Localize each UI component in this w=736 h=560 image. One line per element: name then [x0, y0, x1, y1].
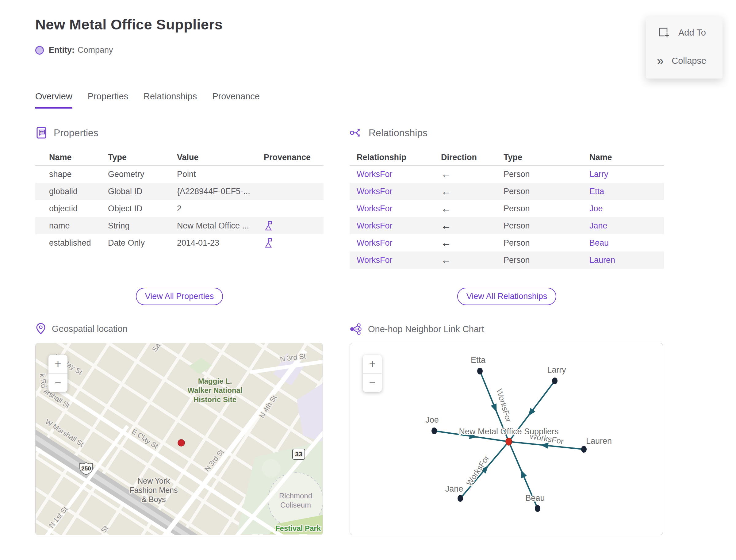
- node-larry[interactable]: [552, 378, 558, 384]
- node-etta[interactable]: [477, 368, 483, 374]
- add-to-label: Add To: [678, 28, 706, 38]
- relationship-direction: ←: [441, 203, 504, 214]
- relationship-row: WorksFor←PersonJoe: [350, 200, 664, 217]
- svg-text:Joe: Joe: [425, 415, 439, 424]
- map-zoom-in-button[interactable]: +: [48, 355, 67, 373]
- link-chart-section-header: One-hop Neighbor Link Chart: [350, 323, 484, 336]
- property-row: globalidGlobal ID{A228944F-0EF5-...: [35, 183, 324, 200]
- collapse-button[interactable]: » Collapse: [657, 55, 706, 67]
- property-value: 2014-01-23: [177, 238, 264, 248]
- column-header: Provenance: [264, 153, 324, 162]
- collapse-icon: »: [657, 55, 664, 67]
- entity-label: Entity:: [49, 45, 75, 55]
- properties-icon: [35, 126, 48, 139]
- view-all-properties-button[interactable]: View All Properties: [136, 288, 223, 305]
- relationship-name-link[interactable]: Beau: [589, 238, 664, 248]
- relationship-name-link[interactable]: Lauren: [589, 255, 664, 265]
- relationship-direction: ←: [441, 254, 504, 266]
- property-value: New Metal Office ...: [177, 221, 264, 231]
- node-joe[interactable]: [431, 428, 437, 434]
- add-to-button[interactable]: Add To: [657, 26, 706, 39]
- relationships-icon: [350, 126, 363, 139]
- relationship-name-link[interactable]: Joe: [589, 204, 664, 213]
- basemap: k RdW Clay StSaN 3rd StN 4th Starshall S…: [36, 343, 323, 535]
- column-header: Type: [108, 153, 177, 162]
- column-header: Value: [177, 153, 264, 162]
- property-name: established: [49, 238, 108, 248]
- actions-panel: Add To » Collapse: [646, 16, 723, 79]
- svg-text:WorksFor: WorksFor: [464, 454, 491, 487]
- entity-badge: Entity: Company: [35, 45, 113, 55]
- svg-text:New York: New York: [137, 477, 170, 485]
- properties-table: NameTypeValueProvenanceshapeGeometryPoin…: [35, 150, 324, 251]
- svg-text:New Metal Office Suppliers: New Metal Office Suppliers: [459, 427, 558, 436]
- column-header: Direction: [441, 153, 504, 162]
- node-center-entity[interactable]: [506, 438, 512, 445]
- relationship-type-link[interactable]: WorksFor: [357, 204, 441, 213]
- relationship-name-link[interactable]: Larry: [589, 170, 664, 179]
- relationship-entity-type: Person: [504, 204, 589, 213]
- svg-text:Festival Park: Festival Park: [275, 524, 321, 532]
- map-zoom-control: + −: [48, 355, 67, 392]
- relationship-entity-type: Person: [504, 221, 589, 231]
- relationship-type-link[interactable]: WorksFor: [357, 238, 441, 248]
- relationship-name-link[interactable]: Jane: [589, 221, 664, 231]
- svg-text:Richmond: Richmond: [279, 492, 312, 500]
- link-chart-canvas: WorksForWorksForWorksForEttaLarryJoeLaur…: [350, 343, 663, 535]
- geospatial-map[interactable]: + −: [35, 343, 323, 535]
- relationship-entity-type: Person: [504, 170, 589, 179]
- map-zoom-out-button[interactable]: −: [48, 374, 67, 392]
- relationships-section-header: Relationships: [350, 126, 427, 139]
- relationship-type-link[interactable]: WorksFor: [357, 255, 441, 265]
- node-lauren[interactable]: [581, 446, 587, 453]
- property-value: Point: [177, 170, 264, 179]
- relationship-direction: ←: [441, 186, 504, 197]
- chart-zoom-in-button[interactable]: +: [363, 355, 382, 373]
- property-type: Date Only: [108, 238, 177, 248]
- route-shield: 33: [293, 449, 305, 459]
- column-header: Type: [504, 153, 589, 162]
- add-to-icon: [657, 26, 670, 39]
- svg-text:Etta: Etta: [471, 355, 486, 365]
- relationship-row: WorksFor←PersonJane: [350, 217, 664, 234]
- tab-properties[interactable]: Properties: [88, 91, 128, 109]
- tab-overview[interactable]: Overview: [35, 91, 72, 109]
- property-provenance: [264, 238, 324, 248]
- node-beau[interactable]: [535, 505, 540, 512]
- link-chart-icon: [350, 323, 362, 336]
- svg-text:Jane: Jane: [445, 484, 463, 493]
- properties-section-header: Properties: [35, 126, 98, 139]
- collapse-label: Collapse: [672, 56, 706, 66]
- property-row: establishedDate Only2014-01-23: [35, 234, 324, 251]
- entity-detail-page: New Metal Office Suppliers Entity: Compa…: [0, 0, 736, 560]
- relationship-type-link[interactable]: WorksFor: [357, 221, 441, 231]
- node-jane[interactable]: [458, 495, 463, 502]
- column-header: Name: [49, 153, 108, 162]
- relationship-row: WorksFor←PersonLauren: [350, 251, 664, 269]
- property-row: shapeGeometryPoint: [35, 166, 324, 183]
- properties-section-title: Properties: [54, 127, 98, 139]
- svg-text:& Boys: & Boys: [141, 495, 166, 504]
- relationships-table: RelationshipDirectionTypeNameWorksFor←Pe…: [350, 150, 664, 269]
- relationship-type-link[interactable]: WorksFor: [357, 187, 441, 196]
- view-all-relationships-button[interactable]: View All Relationships: [457, 288, 557, 305]
- relationship-direction: ←: [441, 220, 504, 232]
- svg-text:Fashion Mens: Fashion Mens: [129, 486, 178, 494]
- property-value: 2: [177, 204, 264, 213]
- provenance-flag-icon[interactable]: [264, 221, 273, 231]
- entity-type: Company: [78, 45, 113, 55]
- relationships-section-title: Relationships: [369, 127, 427, 139]
- chart-zoom-out-button[interactable]: −: [363, 374, 382, 392]
- property-type: Global ID: [108, 187, 177, 196]
- relationship-direction: ←: [441, 237, 504, 249]
- relationship-name-link[interactable]: Etta: [589, 187, 664, 196]
- tab-relationships[interactable]: Relationships: [144, 91, 197, 109]
- relationship-type-link[interactable]: WorksFor: [357, 170, 441, 179]
- one-hop-link-chart[interactable]: + − WorksForWorksForWorksForEttaLarryJoe…: [350, 343, 663, 535]
- svg-text:33: 33: [295, 451, 302, 458]
- link-chart-section-title: One-hop Neighbor Link Chart: [368, 324, 484, 334]
- tab-provenance[interactable]: Provenance: [212, 91, 260, 109]
- property-name: name: [49, 221, 108, 231]
- property-type: Object ID: [108, 204, 177, 213]
- provenance-flag-icon[interactable]: [264, 238, 273, 248]
